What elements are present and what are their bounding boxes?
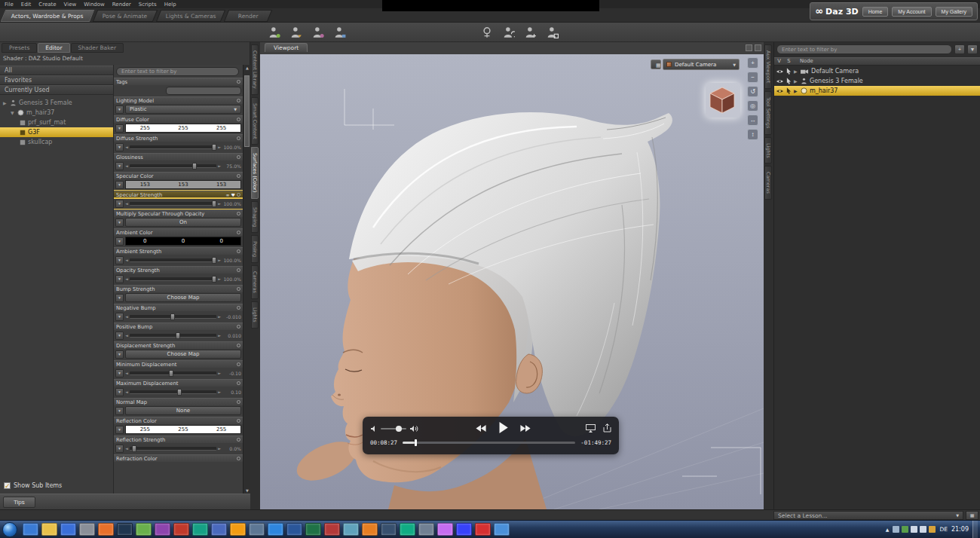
network-tray-icon[interactable] — [920, 526, 926, 533]
volume-handle[interactable] — [396, 426, 402, 432]
specular-color-swatch[interactable]: 153153153 — [125, 180, 241, 189]
app-icon-19[interactable] — [362, 523, 378, 536]
scene-menu-button[interactable]: ▼ — [967, 44, 978, 54]
normal-map-button[interactable]: None — [125, 406, 241, 415]
app-icon-9[interactable] — [173, 523, 189, 536]
add-hair-icon[interactable] — [308, 25, 324, 40]
translate-tool-icon[interactable] — [520, 25, 537, 40]
slider-handle[interactable] — [169, 370, 173, 377]
slider-increment-icon[interactable]: ► — [218, 145, 221, 149]
app-icon-18[interactable] — [343, 523, 359, 536]
scene-row-m-hair37[interactable]: ▶ m_hair37 — [774, 86, 980, 96]
param-menu-icon[interactable] — [237, 287, 240, 291]
tab-lights-cameras[interactable]: Lights & Cameras — [156, 10, 225, 22]
expand-arrow-icon[interactable]: ▶ — [794, 78, 798, 84]
rewind-icon[interactable] — [475, 423, 487, 435]
vtab-lights-right[interactable]: Lights — [764, 137, 772, 164]
viewport-canvas[interactable]: ▦ Default Camera ▼ + − ↺ ◎ ↔ — [260, 54, 764, 509]
displacement-map-button[interactable]: Choose Map — [125, 350, 241, 359]
slider-handle[interactable] — [212, 276, 216, 283]
menu-help[interactable]: Help — [164, 2, 176, 8]
refl-strength-slider[interactable] — [130, 447, 216, 451]
play-icon[interactable] — [498, 422, 508, 436]
slider-increment-icon[interactable]: ► — [218, 201, 221, 206]
surface-filter-input[interactable] — [116, 67, 239, 76]
pane-menu-icon[interactable] — [755, 44, 761, 51]
menu-view[interactable]: View — [64, 2, 77, 8]
selectable-cursor-icon[interactable] — [786, 87, 792, 94]
viewport-options-icon[interactable]: ▦ — [651, 60, 661, 69]
expand-arrow-icon[interactable]: ▶ — [794, 88, 798, 93]
menu-create[interactable]: Create — [38, 2, 56, 8]
slider-handle[interactable] — [176, 332, 180, 339]
zoom-out-icon[interactable]: − — [747, 72, 758, 83]
vtab-lights[interactable]: Lights — [251, 301, 259, 329]
tree-item-genesis-3-female[interactable]: ▶ Genesis 3 Female — [0, 98, 113, 108]
param-menu-icon[interactable] — [237, 212, 240, 216]
negative-bump-slider[interactable] — [130, 315, 216, 319]
slider-increment-icon[interactable]: ► — [218, 258, 221, 262]
ambient-color-swatch[interactable]: 000 — [125, 237, 241, 246]
app-icon-23[interactable] — [437, 523, 453, 536]
slider-increment-icon[interactable]: ► — [218, 371, 221, 375]
scene-row-default-camera[interactable]: ▶ Default Camera — [774, 66, 980, 76]
vtab-surfaces-color[interactable]: Surfaces (Color) — [251, 147, 259, 198]
tree-item-skullcap[interactable]: skullcap — [0, 137, 113, 147]
app-icon-8[interactable] — [155, 523, 170, 536]
show-desktop-button[interactable] — [972, 521, 978, 538]
lighting-model-select[interactable]: Plastic▼ — [125, 105, 241, 114]
tree-item-prf-surf-mat[interactable]: prf_surf_mat — [0, 118, 113, 127]
param-menu-icon[interactable] — [237, 344, 240, 347]
slider-increment-icon[interactable]: ► — [218, 333, 221, 338]
ambient-strength-slider[interactable] — [130, 258, 216, 262]
language-indicator[interactable]: DE — [939, 526, 948, 533]
slider-increment-icon[interactable]: ► — [218, 314, 221, 319]
param-expand-button[interactable]: ▼ — [115, 388, 124, 396]
usb-tray-icon[interactable] — [893, 526, 899, 533]
slider-decrement-icon[interactable]: ◄ — [125, 201, 128, 206]
word-icon[interactable] — [286, 523, 302, 536]
link-icon[interactable]: ∞ — [226, 192, 230, 197]
param-expand-button[interactable]: ▼ — [115, 256, 124, 264]
app-icon-24[interactable] — [456, 523, 472, 536]
excel-icon[interactable] — [305, 523, 321, 536]
param-menu-icon[interactable] — [237, 231, 240, 234]
tab-render[interactable]: Render — [224, 10, 272, 22]
slider-decrement-icon[interactable]: ◄ — [125, 314, 128, 319]
add-prop-icon[interactable] — [329, 25, 346, 40]
slider-decrement-icon[interactable]: ◄ — [125, 333, 128, 338]
param-menu-icon[interactable] — [237, 438, 240, 442]
vtab-cameras-right[interactable]: Cameras — [764, 166, 772, 200]
pan-vertical-icon[interactable]: ↕ — [747, 129, 758, 140]
vtab-content-library[interactable]: Content Library — [251, 44, 259, 95]
scene-filter-input[interactable] — [776, 44, 952, 54]
param-menu-icon[interactable] — [237, 249, 240, 253]
vtab-shaping[interactable]: Shaping — [251, 201, 259, 233]
app-icon-17[interactable] — [324, 523, 340, 536]
new-figure-icon[interactable] — [264, 25, 280, 40]
slider-decrement-icon[interactable]: ◄ — [125, 446, 128, 451]
param-menu-icon[interactable] — [237, 325, 240, 329]
tree-item-m-hair37[interactable]: ▼ m_hair37 — [0, 108, 113, 118]
vtab-smart-content[interactable]: Smart Content — [251, 97, 259, 145]
volume-slider[interactable] — [381, 428, 406, 429]
camera-selector[interactable]: Default Camera ▼ — [663, 59, 740, 70]
category-currently-used[interactable]: Currently Used — [0, 85, 113, 95]
param-expand-button[interactable]: ▼ — [115, 219, 124, 227]
app-icon-21[interactable] — [400, 523, 415, 536]
param-expand-button[interactable]: ▼ — [115, 350, 124, 359]
param-menu-icon[interactable] — [237, 268, 240, 272]
lesson-selector[interactable]: Select a Lesson... ▼ — [773, 511, 963, 520]
slider-increment-icon[interactable]: ► — [218, 277, 221, 281]
param-expand-button[interactable]: ▼ — [115, 445, 124, 453]
param-menu-icon[interactable] — [237, 457, 240, 460]
slider-increment-icon[interactable]: ► — [218, 164, 221, 168]
app-icon-20[interactable] — [381, 523, 397, 536]
visibility-eye-icon[interactable] — [776, 88, 784, 94]
param-expand-button[interactable]: ▼ — [115, 237, 124, 246]
airplay-icon[interactable] — [586, 423, 596, 435]
rotate-tool-icon[interactable] — [498, 25, 515, 40]
antivirus-tray-icon[interactable] — [902, 526, 908, 533]
app-icon-10[interactable] — [192, 523, 208, 536]
slider-handle[interactable] — [212, 257, 216, 264]
